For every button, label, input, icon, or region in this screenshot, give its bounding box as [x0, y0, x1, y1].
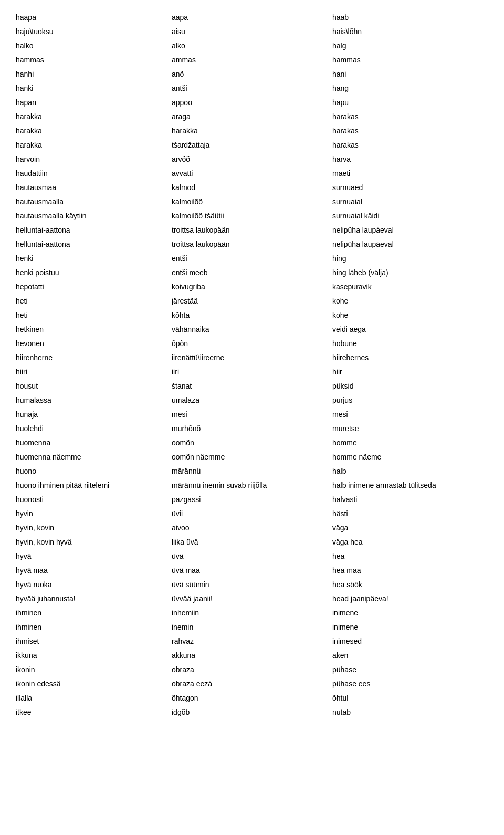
table-row: ihmisetrahvazinimesed: [16, 634, 488, 649]
table-cell: hyvää juhannusta!: [16, 592, 172, 606]
table-cell: inimene: [332, 620, 488, 634]
table-row: hautausmaakalmodsurnuaed: [16, 181, 488, 195]
table-cell: hais\lõhn: [332, 25, 488, 39]
table-cell: märännü inemin suvab riijõlla: [172, 478, 332, 493]
table-cell: vähännaika: [172, 322, 332, 337]
table-cell: homme: [332, 436, 488, 450]
table-cell: maeti: [332, 166, 488, 181]
table-cell: henki poistuu: [16, 266, 172, 280]
table-cell: väga hea: [332, 535, 488, 549]
table-cell: kalmoilõõ tšäütii: [172, 209, 332, 223]
table-cell: hanki: [16, 81, 172, 96]
table-row: harakkaaragaharakas: [16, 110, 488, 124]
table-cell: ikkuna: [16, 649, 172, 663]
table-cell: õhtul: [332, 691, 488, 705]
table-cell: aisu: [172, 25, 332, 39]
table-cell: hetkinen: [16, 322, 172, 337]
table-cell: hing läheb (välja): [332, 266, 488, 280]
table-row: huomennaoomõnhomme: [16, 436, 488, 450]
table-cell: harakas: [332, 138, 488, 152]
table-row: hyvin, kovinaivooväga: [16, 521, 488, 535]
table-cell: obraza eezä: [172, 677, 332, 691]
table-row: hiiriiirihiir: [16, 365, 488, 379]
table-row: huomenna näemmeoomõn näemmehomme näeme: [16, 450, 488, 464]
table-cell: helluntai-aattona: [16, 223, 172, 237]
table-cell: hiiri: [16, 365, 172, 379]
table-row: hyvinüviihästi: [16, 507, 488, 521]
table-cell: harakka: [16, 110, 172, 124]
table-cell: õhtagon: [172, 691, 332, 705]
table-cell: haapa: [16, 11, 172, 25]
table-row: huonomärännühalb: [16, 464, 488, 478]
table-row: ihmineninhemiininimene: [16, 606, 488, 620]
table-row: harvoinarvõõharva: [16, 152, 488, 166]
table-cell: väga: [332, 521, 488, 535]
table-cell: hiirenherne: [16, 351, 172, 365]
table-cell: humalassa: [16, 393, 172, 408]
table-cell: iirenättü\iireerne: [172, 351, 332, 365]
table-cell: pazgassi: [172, 493, 332, 507]
table-row: hepotattikoivugribakasepuravik: [16, 280, 488, 294]
table-cell: murhõnõ: [172, 422, 332, 436]
table-cell: hea maa: [332, 563, 488, 578]
table-row: hetijärestääkohe: [16, 294, 488, 308]
table-cell: hautausmaalla: [16, 195, 172, 209]
table-cell: huomenna: [16, 436, 172, 450]
table-row: hyväüvähea: [16, 549, 488, 563]
table-row: harakkaharakkaharakas: [16, 124, 488, 138]
table-cell: troittsa laukopään: [172, 237, 332, 252]
table-cell: hea söök: [332, 578, 488, 592]
table-cell: pühase: [332, 663, 488, 677]
table-cell: alko: [172, 39, 332, 53]
table-row: hautausmaallakalmoilõõsurnuaial: [16, 195, 488, 209]
table-cell: inimesed: [332, 634, 488, 649]
table-cell: umalaza: [172, 393, 332, 408]
table-cell: halb inimene armastab tülitseda: [332, 478, 488, 493]
table-cell: hanhi: [16, 67, 172, 81]
table-cell: iiri: [172, 365, 332, 379]
table-cell: ikonin edessä: [16, 677, 172, 691]
table-cell: haju\tuoksu: [16, 25, 172, 39]
table-cell: nelipüha laupäeval: [332, 237, 488, 252]
table-cell: araga: [172, 110, 332, 124]
table-cell: ikonin: [16, 663, 172, 677]
table-row: illallaõhtagonõhtul: [16, 691, 488, 705]
table-cell: hyvin, kovin hyvä: [16, 535, 172, 549]
table-row: hautausmaalla käytiinkalmoilõõ tšäütiisu…: [16, 209, 488, 223]
table-cell: hautausmaa: [16, 181, 172, 195]
table-cell: hang: [332, 81, 488, 96]
table-cell: hyvä: [16, 549, 172, 563]
table-cell: mesi: [332, 408, 488, 422]
table-cell: harvoin: [16, 152, 172, 166]
table-cell: antši: [172, 81, 332, 96]
table-cell: halko: [16, 39, 172, 53]
table-cell: harakka: [16, 138, 172, 152]
table-cell: harakka: [172, 124, 332, 138]
table-cell: inemin: [172, 620, 332, 634]
table-cell: hapan: [16, 96, 172, 110]
word-table: haapaaapahaabhaju\tuoksuaisuhais\lõhnhal…: [16, 11, 488, 719]
table-cell: oomõn näemme: [172, 450, 332, 464]
table-row: halkoalkohalg: [16, 39, 488, 53]
table-cell: hammas: [332, 53, 488, 67]
table-cell: aken: [332, 649, 488, 663]
table-row: hiirenherneiirenättü\iireernehiirehernes: [16, 351, 488, 365]
table-cell: hästi: [332, 507, 488, 521]
table-row: hevonenõpõnhobune: [16, 337, 488, 351]
table-cell: pühase ees: [332, 677, 488, 691]
table-cell: heti: [16, 294, 172, 308]
table-cell: püksid: [332, 379, 488, 393]
table-row: huono ihminen pitää riitelemimärännü ine…: [16, 478, 488, 493]
table-cell: anõ: [172, 67, 332, 81]
table-cell: štanat: [172, 379, 332, 393]
table-cell: arvõõ: [172, 152, 332, 166]
table-row: henki poistuuentši meebhing läheb (välja…: [16, 266, 488, 280]
table-row: harakkatšardžattajaharakas: [16, 138, 488, 152]
table-row: huolehdimurhõnõmuretse: [16, 422, 488, 436]
table-cell: kohe: [332, 294, 488, 308]
table-cell: inhemiin: [172, 606, 332, 620]
table-cell: nutab: [332, 705, 488, 719]
table-cell: purjus: [332, 393, 488, 408]
table-cell: homme näeme: [332, 450, 488, 464]
table-row: itkeeidgõbnutab: [16, 705, 488, 719]
